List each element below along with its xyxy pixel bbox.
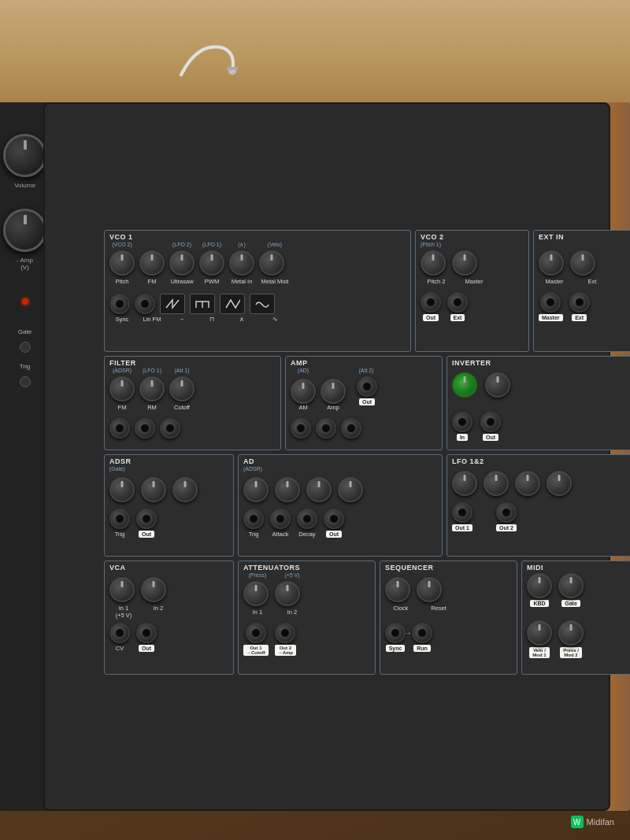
ultrasaw-knob[interactable] xyxy=(169,250,195,276)
att-out2-jack[interactable] xyxy=(275,623,295,643)
pitch-knob[interactable] xyxy=(109,250,135,276)
lfo-out2-box: Out 2 xyxy=(496,524,517,531)
adsr-trig-jack[interactable] xyxy=(109,509,130,529)
lfo-k2[interactable] xyxy=(484,471,509,496)
amp-j1[interactable] xyxy=(291,418,311,439)
vca-label: VCA xyxy=(109,564,126,572)
ad-k3[interactable] xyxy=(306,477,332,502)
wave-square-btn[interactable] xyxy=(190,294,215,314)
ad-sublabel: (ADSR) xyxy=(243,466,262,472)
inv-out-jack[interactable] xyxy=(480,412,501,432)
vco2-out-jack[interactable] xyxy=(421,292,441,313)
inv-in-box: In xyxy=(457,434,468,441)
filter-cutoff-label: Cutoff xyxy=(169,404,195,411)
filter-fm-label: FM xyxy=(109,404,135,411)
extin-ext-jack2[interactable] xyxy=(569,292,590,313)
adsr-label: ADSR xyxy=(109,457,132,465)
amp-knob[interactable] xyxy=(3,209,46,252)
att-in2-label: In 2 xyxy=(278,609,306,616)
wave-saw-btn[interactable] xyxy=(160,294,185,314)
adsr-out-box: Out xyxy=(139,531,154,538)
seq-k2[interactable] xyxy=(417,577,442,602)
seq-sync-jack[interactable] xyxy=(385,623,406,643)
ad-k4[interactable] xyxy=(338,477,363,502)
pwm-knob[interactable] xyxy=(199,250,224,276)
amp-j2[interactable] xyxy=(316,418,336,439)
filter-fm-knob[interactable] xyxy=(109,376,135,401)
vca-cv-label: CV xyxy=(116,645,124,652)
filter-j2[interactable] xyxy=(135,418,155,439)
fm-knob[interactable] xyxy=(139,250,165,276)
extin-ext-knob[interactable] xyxy=(570,250,595,276)
midi-velo-box: Velo /Mod 1 xyxy=(529,647,549,658)
wechat-icon: W xyxy=(571,816,584,828)
att-out2-box: Out 2→Amp xyxy=(275,645,296,656)
vco2-ext-jack[interactable] xyxy=(447,292,468,313)
filter-j1[interactable] xyxy=(109,418,130,439)
trig-jack-small[interactable] xyxy=(20,376,31,387)
amp-j3[interactable] xyxy=(341,418,361,439)
att-k2[interactable] xyxy=(275,581,300,606)
wave-tri-btn[interactable] xyxy=(220,294,245,314)
master-knob[interactable] xyxy=(452,250,477,276)
midi-label: MIDI xyxy=(527,564,543,572)
linfm-jack[interactable] xyxy=(135,294,155,314)
extin-out-jack[interactable] xyxy=(540,292,561,313)
vca-k2[interactable] xyxy=(141,577,166,602)
seq-run-jack[interactable] xyxy=(412,623,432,643)
midi-k1[interactable] xyxy=(527,573,552,598)
inverter-in-knob[interactable] xyxy=(452,372,477,398)
midi-k3[interactable] xyxy=(527,620,552,646)
lfo-k4[interactable] xyxy=(547,471,572,496)
metalin-label: Metal In xyxy=(229,278,254,285)
vca-out-jack[interactable] xyxy=(136,623,157,643)
vco1-label: VCO 1 xyxy=(109,233,133,241)
amp-sub2 xyxy=(321,368,346,373)
vco1-sub5: (∧) xyxy=(229,242,254,248)
wave-sine-btn[interactable] xyxy=(250,294,275,314)
extin-master-knob[interactable] xyxy=(539,250,564,276)
midi-k4[interactable] xyxy=(558,620,584,646)
svg-rect-1 xyxy=(227,67,238,70)
att-k1[interactable] xyxy=(243,581,269,606)
filter-cutoff-knob[interactable] xyxy=(169,376,195,401)
inverter-out-knob[interactable] xyxy=(485,372,510,398)
vca-cv-jack[interactable] xyxy=(109,623,130,643)
amp-out-jack[interactable] xyxy=(357,376,377,397)
adsr-k1[interactable] xyxy=(109,477,135,502)
extin-label: EXT IN xyxy=(539,233,564,241)
att-out1-jack[interactable] xyxy=(246,623,266,643)
filter-rm-knob[interactable] xyxy=(139,376,165,401)
filter-j3[interactable] xyxy=(160,418,180,439)
adsr-out-jack[interactable] xyxy=(136,509,157,529)
pitch2-knob[interactable] xyxy=(421,250,446,276)
lfo-out1-jack[interactable] xyxy=(452,502,472,523)
ad-out-jack[interactable] xyxy=(324,509,344,529)
adsr-k3[interactable] xyxy=(172,477,198,502)
sync-jack[interactable] xyxy=(109,294,130,314)
adsr-k2[interactable] xyxy=(141,477,166,502)
amp-amp-knob[interactable] xyxy=(321,379,346,404)
volume-knob[interactable] xyxy=(3,134,46,177)
midi-section: MIDI KBD Gate Velo /Mod 1 xyxy=(521,561,630,675)
gate-jack-small[interactable] xyxy=(20,342,31,353)
ad-attack-jack[interactable] xyxy=(270,509,291,529)
ad-trig-jack[interactable] xyxy=(243,509,264,529)
vca-k1[interactable] xyxy=(109,577,135,602)
lfo-k3[interactable] xyxy=(515,471,540,496)
lfo-out2-jack[interactable] xyxy=(496,502,517,523)
seq-k1[interactable] xyxy=(385,577,410,602)
vco2-section: VCO 2 (Pitch 1) Pitch 2 Master Out xyxy=(415,230,529,352)
metalmod-knob[interactable] xyxy=(259,250,284,276)
metalin-knob[interactable] xyxy=(229,250,254,276)
amp-am-knob[interactable] xyxy=(291,379,316,404)
lfo-k1[interactable] xyxy=(452,471,477,496)
midi-k2[interactable] xyxy=(558,573,584,598)
watermark-text: Midifan xyxy=(587,817,614,827)
ad-k1[interactable] xyxy=(243,477,269,502)
vco2-out-label: Out xyxy=(423,314,439,321)
ad-decay-jack[interactable] xyxy=(297,509,317,529)
inv-in-jack[interactable] xyxy=(452,412,472,432)
ad-k2[interactable] xyxy=(275,477,300,502)
filter-sub3: (Att 1) xyxy=(169,368,195,373)
